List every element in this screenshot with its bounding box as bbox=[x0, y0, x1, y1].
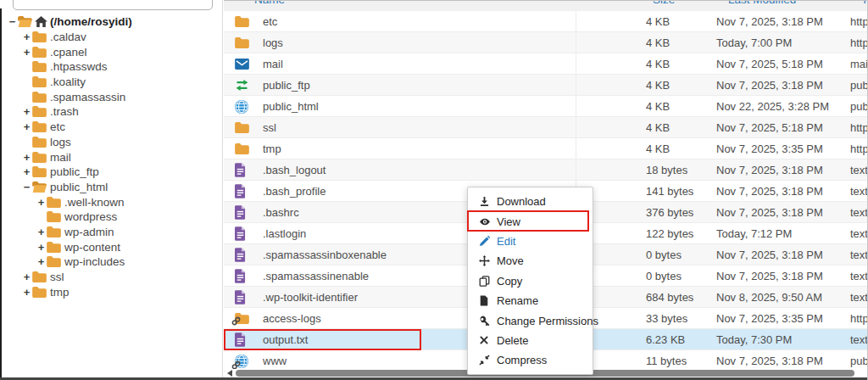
menu-item-label: Compress bbox=[497, 354, 547, 366]
file-name[interactable]: mail bbox=[263, 53, 283, 75]
tree-item-cpanel[interactable]: +.cpanel bbox=[0, 44, 222, 59]
file-name[interactable]: access-logs bbox=[263, 308, 321, 329]
file-name[interactable]: ssl bbox=[263, 117, 276, 138]
menu-item-compress[interactable]: Compress bbox=[468, 350, 593, 370]
file-row-logs[interactable]: logs4 KBToday, 7:00 PMhttp bbox=[224, 32, 867, 53]
file-row-tmp[interactable]: tmp4 KBNov 7, 2025, 3:35 PMhttp bbox=[224, 138, 867, 159]
file-name[interactable]: logs bbox=[263, 32, 283, 53]
file-row-public-html[interactable]: public_html4 KBNov 22, 2025, 3:28 PMpub bbox=[224, 96, 867, 117]
column-header-modified[interactable]: Last Modified bbox=[728, 1, 796, 6]
tree-plus-toggle[interactable]: + bbox=[21, 286, 32, 299]
file-size: 4 KB bbox=[646, 11, 670, 32]
file-row-bash-logout[interactable]: .bash_logout18 bytesNov 7, 2025, 3:18 PM… bbox=[224, 159, 867, 181]
tree-item-public-ftp[interactable]: +public_ftp bbox=[0, 165, 222, 180]
tree-item-tmp[interactable]: +tmp bbox=[0, 284, 222, 299]
tree-item-public-html[interactable]: −public_html bbox=[0, 180, 222, 195]
tree-plus-toggle[interactable]: + bbox=[21, 31, 32, 43]
tree-item-wp-includes[interactable]: +wp-includes bbox=[0, 254, 222, 270]
file-modified: Nov 7, 2025, 3:35 PM bbox=[716, 138, 823, 159]
column-header-type[interactable]: Type bbox=[861, 1, 867, 6]
column-header-size[interactable]: Size bbox=[653, 1, 675, 6]
file-name[interactable]: tmp bbox=[263, 138, 281, 159]
rename-icon bbox=[479, 295, 491, 306]
tree-item-wp-admin[interactable]: +wp-admin bbox=[0, 225, 222, 240]
folder-icon bbox=[235, 37, 249, 48]
file-modified: Nov 7, 2025, 3:18 PM bbox=[716, 265, 823, 287]
tree-plus-toggle[interactable]: + bbox=[21, 46, 32, 59]
file-name[interactable]: .spamassassinboxenable bbox=[263, 244, 387, 265]
scroll-left-arrow-icon[interactable] bbox=[227, 370, 232, 377]
menu-item-copy[interactable]: Copy bbox=[468, 271, 593, 291]
file-icon-cell bbox=[235, 159, 246, 181]
file-size: 18 bytes bbox=[646, 159, 687, 181]
menu-item-delete[interactable]: Delete bbox=[468, 331, 593, 350]
file-type-icon-wrap bbox=[235, 122, 249, 133]
tree-plus-toggle[interactable]: + bbox=[36, 196, 47, 209]
tree-item-mail[interactable]: +mail bbox=[0, 149, 222, 165]
red-highlight-box bbox=[224, 329, 421, 350]
tree-item-caldav[interactable]: +.caldav bbox=[0, 30, 222, 45]
file-row-mail[interactable]: mail4 KBNov 7, 2025, 5:18 PMmai bbox=[224, 53, 867, 75]
file-name[interactable]: public_ftp bbox=[263, 75, 310, 96]
tree-item-logs[interactable]: logs bbox=[0, 135, 222, 150]
file-name[interactable]: output.txt bbox=[263, 329, 308, 350]
file-row-etc[interactable]: etc4 KBNov 7, 2025, 3:18 PMhttp bbox=[224, 11, 867, 32]
file-type-icon-wrap bbox=[235, 163, 246, 177]
tree-item-htpasswds[interactable]: .htpasswds bbox=[0, 59, 222, 75]
folder-open-icon bbox=[18, 16, 32, 27]
tree-plus-toggle[interactable]: + bbox=[36, 226, 47, 238]
tree-plus-toggle[interactable]: + bbox=[21, 271, 32, 283]
tree-item-trash[interactable]: +.trash bbox=[0, 104, 222, 120]
file-size: 4 KB bbox=[646, 32, 670, 53]
menu-item-edit[interactable]: Edit bbox=[468, 232, 593, 251]
file-type: text bbox=[850, 223, 868, 244]
file-type-icon-wrap bbox=[235, 248, 246, 262]
tree-plus-toggle[interactable]: + bbox=[21, 105, 32, 118]
tree-minus-toggle[interactable]: − bbox=[21, 181, 32, 193]
tree-item-wordpress[interactable]: wordpress bbox=[0, 210, 222, 225]
tree-item-ssl[interactable]: +ssl bbox=[0, 270, 222, 285]
file-size: 4 KB bbox=[646, 96, 670, 117]
key-icon bbox=[479, 316, 491, 327]
file-name[interactable]: public_html bbox=[263, 96, 319, 117]
file-name[interactable]: .spamassassinenable bbox=[263, 265, 369, 287]
file-name[interactable]: .wp-toolkit-identifier bbox=[263, 287, 358, 308]
file-name[interactable]: etc bbox=[263, 11, 277, 32]
file-name[interactable]: .lastlogin bbox=[263, 223, 306, 244]
menu-item-move[interactable]: Move bbox=[468, 251, 593, 271]
column-header-name[interactable]: Name bbox=[254, 1, 285, 6]
tree-plus-toggle[interactable]: + bbox=[36, 241, 47, 254]
tree-plus-toggle[interactable]: + bbox=[21, 151, 32, 164]
file-icon bbox=[235, 332, 246, 347]
tree-plus-toggle[interactable]: + bbox=[36, 255, 47, 268]
tree-item-koality[interactable]: .koality bbox=[0, 75, 222, 90]
file-type-icon-wrap bbox=[235, 332, 246, 347]
file-name[interactable]: .bash_profile bbox=[263, 181, 326, 202]
file-row-public-ftp[interactable]: public_ftp4 KBNov 7, 2025, 3:18 PMpub bbox=[224, 75, 867, 96]
menu-item-rename[interactable]: Rename bbox=[468, 291, 593, 310]
file-name[interactable]: .bash_logout bbox=[263, 159, 326, 181]
tree-item-well-known[interactable]: +.well-known bbox=[0, 194, 222, 210]
globe-icon bbox=[235, 100, 248, 114]
eye-icon bbox=[479, 216, 491, 227]
file-icon-cell bbox=[235, 287, 246, 308]
file-name[interactable]: .bashrc bbox=[263, 202, 299, 223]
menu-item-view[interactable]: View bbox=[468, 211, 593, 231]
tree-plus-toggle[interactable]: + bbox=[21, 120, 32, 133]
file-row-ssl[interactable]: ssl4 KBNov 7, 2025, 5:18 PMhttp bbox=[224, 117, 867, 138]
file-icon-cell bbox=[235, 96, 248, 117]
menu-item-change-permissions[interactable]: Change Permissions bbox=[468, 310, 593, 330]
tree-minus-toggle[interactable]: − bbox=[7, 15, 18, 28]
tree-item-label: .caldav bbox=[50, 31, 86, 43]
tree-item-spamassassin[interactable]: .spamassassin bbox=[0, 89, 222, 104]
search-input[interactable] bbox=[13, 0, 213, 10]
menu-item-label: Download bbox=[497, 195, 546, 208]
tree-item-etc[interactable]: +etc bbox=[0, 120, 222, 135]
menu-item-download[interactable]: Download bbox=[468, 192, 593, 211]
tree-plus-toggle[interactable]: + bbox=[21, 165, 32, 178]
tree-item-home-rosyidi[interactable]: −(/home/rosyidi) bbox=[0, 14, 222, 30]
tree-item-wp-content[interactable]: +wp-content bbox=[0, 239, 222, 254]
file-type-icon-wrap bbox=[235, 143, 249, 154]
folder-icon bbox=[235, 16, 249, 27]
file-type: pub bbox=[850, 96, 868, 117]
